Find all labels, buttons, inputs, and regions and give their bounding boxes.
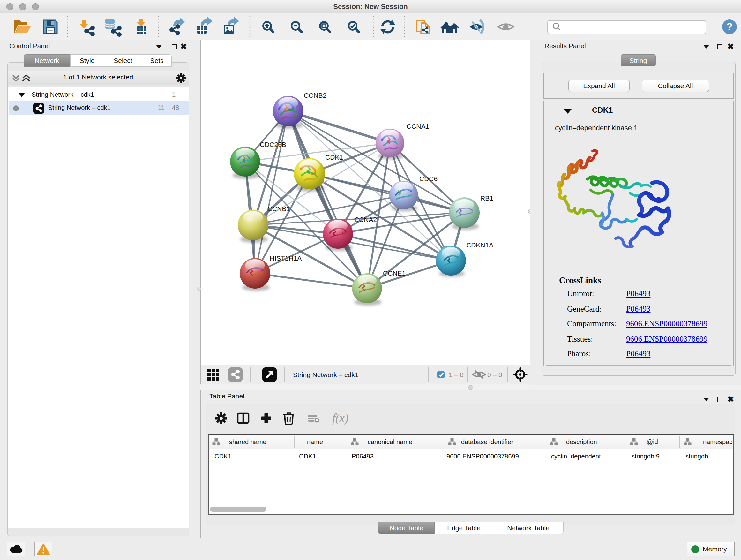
svg-text:1 – 0: 1 – 0	[449, 371, 464, 378]
svg-text:?: ?	[726, 20, 733, 33]
svg-text:CCNB2: CCNB2	[304, 91, 327, 99]
svg-text:CCNE1: CCNE1	[383, 269, 406, 277]
svg-text:0 – 0: 0 – 0	[487, 371, 502, 378]
svg-text:CCNB1: CCNB1	[267, 205, 290, 212]
svg-text:CDK1: CDK1	[325, 153, 343, 161]
svg-text:String Network – cdk1: String Network – cdk1	[293, 371, 358, 378]
svg-text:CDC6: CDC6	[419, 175, 437, 182]
svg-text:HIST1H1A: HIST1H1A	[270, 254, 301, 262]
svg-text:RB1: RB1	[480, 194, 493, 202]
svg-text:CCNA1: CCNA1	[407, 123, 429, 130]
svg-text:f(x): f(x)	[332, 412, 348, 425]
svg-text:CCNA2: CCNA2	[354, 216, 377, 223]
svg-text:CDC25B: CDC25B	[260, 141, 286, 148]
svg-text:CDKN1A: CDKN1A	[466, 241, 493, 249]
